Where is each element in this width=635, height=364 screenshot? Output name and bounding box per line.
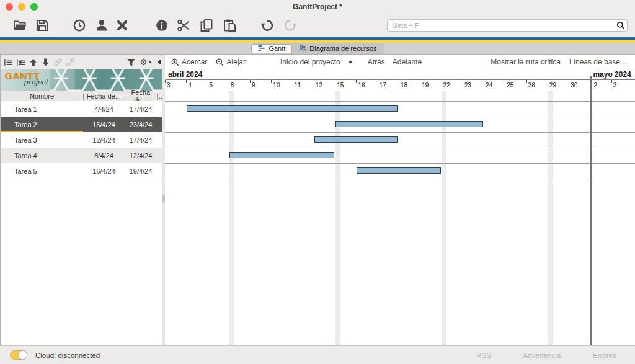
scissors-icon <box>176 18 191 33</box>
delete-button[interactable] <box>113 16 131 35</box>
timeline-day: 16 <box>356 80 377 91</box>
info-icon <box>154 18 169 33</box>
task-start-date: 8/4/24 <box>83 152 125 159</box>
timeline-day: 2 <box>590 80 611 91</box>
gantt-chart-panel: Acercar Alejar Inicio del proyecto Atrás… <box>165 55 635 345</box>
task-name: Tarea 3 <box>1 136 83 144</box>
gear-icon: ⚙ <box>140 58 148 66</box>
gantt-bar[interactable] <box>187 105 398 112</box>
tab-gantt[interactable]: Gantt <box>251 44 292 53</box>
critical-path-button[interactable]: Mostrar la ruta crítica <box>491 58 561 66</box>
timeline-day: 5 <box>208 80 229 91</box>
forward-label: Adelante <box>393 58 422 66</box>
main-toolbar <box>0 14 635 37</box>
tab-resources[interactable]: Diagrama de recursos <box>292 44 383 53</box>
task-end-date: 23/4/24 <box>125 121 157 128</box>
indent-icon <box>16 58 25 67</box>
arrow-up-icon <box>29 58 38 67</box>
timeline-day: 8 <box>229 80 250 91</box>
table-options-button[interactable]: ⚙ <box>138 56 154 68</box>
link-tasks-button[interactable] <box>52 56 63 68</box>
zoom-in-label: Acercar <box>182 58 207 66</box>
timeline-day: 3 <box>165 80 186 91</box>
minimize-window-button[interactable] <box>18 3 25 11</box>
column-header-name[interactable]: Nombre <box>1 92 83 100</box>
undo-button[interactable] <box>259 16 276 35</box>
search-field-wrap <box>387 19 628 32</box>
cloud-toggle[interactable] <box>10 350 27 360</box>
view-tab-strip: Gantt Diagrama de recursos <box>0 43 635 55</box>
scroll-forward-button[interactable]: Adelante <box>393 58 422 66</box>
unlink-tasks-button[interactable] <box>64 56 76 68</box>
zoom-out-label: Alejar <box>226 58 246 66</box>
gantt-bar[interactable] <box>229 152 334 158</box>
zoom-out-button[interactable]: Alejar <box>216 58 246 66</box>
timeline-day: 3 <box>611 80 633 91</box>
save-project-button[interactable] <box>33 16 51 35</box>
properties-button[interactable] <box>153 16 171 35</box>
close-window-button[interactable] <box>6 3 13 11</box>
tab-gantt-label: Gantt <box>269 45 285 52</box>
back-label: Atrás <box>368 58 385 66</box>
task-table-header: Nombre Fecha de... Fecha de... ... <box>1 91 162 101</box>
redo-icon <box>283 18 298 33</box>
recent-projects-button[interactable] <box>71 16 88 35</box>
task-row[interactable]: Tarea 14/4/2417/4/24 <box>1 101 162 117</box>
task-end-date: 19/4/24 <box>125 167 157 175</box>
arrow-down-icon <box>41 58 50 67</box>
collapse-panel-icon[interactable] <box>158 60 161 64</box>
paste-button[interactable] <box>221 16 238 35</box>
indent-task-button[interactable] <box>15 56 26 68</box>
paste-icon <box>222 18 237 33</box>
unindent-task-button[interactable] <box>2 56 14 68</box>
warning-status[interactable]: Advertencia <box>523 352 561 359</box>
gantt-bar[interactable] <box>357 167 440 174</box>
task-table-panel: ⚙ GANTT p <box>0 55 162 345</box>
new-resource-button[interactable] <box>93 16 110 35</box>
task-start-date: 12/4/24 <box>83 136 125 144</box>
timeline-day: 11 <box>293 80 314 91</box>
redo-button[interactable] <box>282 16 299 35</box>
task-table-toolbar: ⚙ <box>1 55 162 69</box>
timeline-day: 10 <box>271 80 292 91</box>
task-row[interactable]: Tarea 215/4/2423/4/24 <box>1 117 162 132</box>
tab-resources-label: Diagrama de recursos <box>309 45 376 52</box>
search-input[interactable] <box>387 19 628 32</box>
zoom-in-button[interactable]: Acercar <box>171 58 207 66</box>
gantt-bar[interactable] <box>335 121 483 127</box>
task-row[interactable]: Tarea 312/4/2417/4/24 <box>1 132 162 148</box>
zoom-in-icon <box>171 58 179 66</box>
cut-button[interactable] <box>175 16 192 35</box>
logo-text: GANTT project <box>5 71 48 86</box>
main-area: ⚙ GANTT p <box>0 55 635 345</box>
timeline-day: 19 <box>420 80 441 91</box>
task-rows: Tarea 14/4/2417/4/24Tarea 215/4/2423/4/2… <box>1 101 162 179</box>
column-header-start-date[interactable]: Fecha de... <box>83 92 125 100</box>
task-name: Tarea 2 <box>1 121 83 128</box>
task-end-date: 12/4/24 <box>125 152 157 159</box>
timeline-day: 25 <box>505 80 526 91</box>
baselines-button[interactable]: Líneas de base... <box>569 58 626 66</box>
project-start-dropdown[interactable]: Inicio del proyecto <box>280 58 353 66</box>
timeline-day: 9 <box>250 80 271 91</box>
open-project-button[interactable] <box>11 16 29 35</box>
zoom-window-button[interactable] <box>30 3 38 11</box>
move-task-up-button[interactable] <box>27 56 38 68</box>
rss-status[interactable]: RSS <box>476 352 491 359</box>
timeline-day: 30 <box>569 80 590 91</box>
timeline-day: 17 <box>378 80 399 91</box>
column-header-more[interactable]: ... <box>157 92 162 100</box>
gantt-bar[interactable] <box>314 136 398 143</box>
month-label: abril 2024 <box>168 70 202 79</box>
cloud-status-label: Cloud: disconnected <box>35 352 100 359</box>
timeline-day: 29 <box>548 80 569 91</box>
move-task-down-button[interactable] <box>40 56 51 68</box>
task-start-date: 15/4/24 <box>83 121 125 128</box>
errors-status[interactable]: Errores <box>593 352 616 359</box>
copy-button[interactable] <box>198 16 215 35</box>
timeline-day: 23 <box>463 80 484 91</box>
task-row[interactable]: Tarea 48/4/2412/4/24 <box>1 148 162 163</box>
scroll-back-button[interactable]: Atrás <box>368 58 385 66</box>
task-row[interactable]: Tarea 516/4/2419/4/24 <box>1 163 162 179</box>
filter-tasks-button[interactable] <box>125 56 136 68</box>
